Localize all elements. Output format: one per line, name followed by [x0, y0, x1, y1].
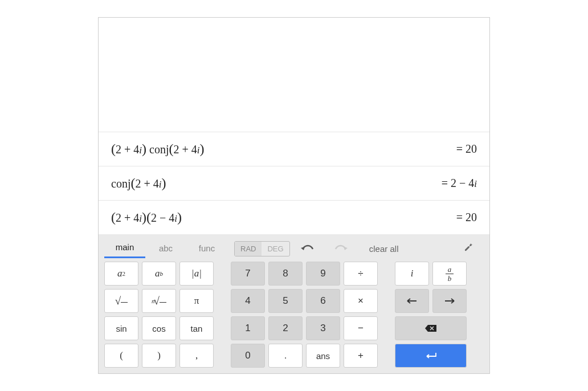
key-5[interactable]: 5	[268, 289, 303, 313]
enter-icon	[424, 352, 438, 360]
key-subtract[interactable]: −	[344, 316, 378, 340]
redo-button[interactable]	[324, 242, 358, 255]
key-sqrt[interactable]: √	[104, 289, 138, 313]
key-divide[interactable]: ÷	[344, 262, 378, 286]
history-result: = 20	[456, 142, 477, 156]
key-9[interactable]: 9	[306, 262, 340, 286]
tab-main[interactable]: main	[104, 239, 145, 258]
history-result: = 2 − 4i	[442, 177, 477, 190]
key-i[interactable]: i	[395, 262, 429, 286]
history-row[interactable]: (2 + 4i)(2 − 4i)= 20	[99, 200, 489, 234]
key-rparen[interactable]: )	[142, 344, 176, 368]
history: (2 + 4i) conj(2 + 4i)= 20conj(2 + 4i)= 2…	[99, 132, 489, 234]
history-expression: conj(2 + 4i)	[111, 176, 166, 191]
history-row[interactable]: conj(2 + 4i)= 2 − 4i	[99, 166, 489, 200]
key-dot[interactable]: .	[268, 344, 303, 368]
keys-grid: a2 ab |a| √ n√ π sin cos tan ( ) , 7 8 9…	[99, 259, 489, 370]
arrow-right-icon	[444, 298, 455, 304]
function-keys: a2 ab |a| √ n√ π sin cos tan ( ) ,	[104, 262, 214, 368]
key-power[interactable]: ab	[142, 262, 176, 286]
key-enter[interactable]	[395, 344, 467, 368]
toolbar: main abc func RAD DEG clear all	[99, 234, 489, 259]
history-result: = 20	[456, 211, 477, 224]
settings-button[interactable]	[458, 242, 480, 255]
key-left[interactable]	[395, 289, 429, 313]
key-0[interactable]: 0	[231, 344, 265, 368]
keypad: main abc func RAD DEG clear all a2 ab	[99, 234, 489, 373]
undo-icon	[300, 243, 314, 252]
key-7[interactable]: 7	[231, 262, 265, 286]
history-row[interactable]: (2 + 4i) conj(2 + 4i)= 20	[99, 132, 489, 166]
key-cos[interactable]: cos	[142, 316, 176, 340]
deg-option[interactable]: DEG	[262, 242, 289, 256]
key-sin[interactable]: sin	[104, 316, 138, 340]
backspace-icon	[424, 324, 437, 332]
key-backspace[interactable]	[395, 316, 467, 340]
key-2[interactable]: 2	[268, 316, 303, 340]
redo-icon	[334, 243, 348, 252]
numpad: 7 8 9 ÷ 4 5 6 × 1 2 3 − 0 . ans +	[231, 262, 378, 368]
angle-mode-toggle[interactable]: RAD DEG	[234, 241, 290, 256]
key-8[interactable]: 8	[268, 262, 303, 286]
undo-button[interactable]	[290, 242, 324, 255]
key-1[interactable]: 1	[231, 316, 265, 340]
key-multiply[interactable]: ×	[344, 289, 378, 313]
calculator: (2 + 4i) conj(2 + 4i)= 20conj(2 + 4i)= 2…	[98, 17, 490, 374]
key-add[interactable]: +	[344, 344, 378, 368]
nav-keys: i ab	[395, 262, 467, 368]
key-abs[interactable]: |a|	[179, 262, 214, 286]
key-comma[interactable]: ,	[179, 344, 214, 368]
key-3[interactable]: 3	[306, 316, 340, 340]
key-square[interactable]: a2	[104, 262, 138, 286]
key-pi[interactable]: π	[179, 289, 214, 313]
key-lparen[interactable]: (	[104, 344, 138, 368]
key-4[interactable]: 4	[231, 289, 265, 313]
key-ans[interactable]: ans	[306, 344, 340, 368]
clear-all-button[interactable]: clear all	[358, 244, 410, 254]
rad-option[interactable]: RAD	[235, 242, 262, 256]
tab-abc[interactable]: abc	[145, 240, 186, 258]
arrow-left-icon	[406, 298, 418, 304]
key-fraction[interactable]: ab	[432, 262, 467, 286]
history-expression: (2 + 4i)(2 − 4i)	[111, 210, 182, 225]
key-6[interactable]: 6	[306, 289, 340, 313]
key-nroot[interactable]: n√	[142, 289, 176, 313]
tab-func[interactable]: func	[186, 240, 227, 258]
wrench-icon	[463, 242, 475, 253]
key-tan[interactable]: tan	[179, 316, 214, 340]
display-area	[99, 18, 489, 132]
key-right[interactable]	[432, 289, 467, 313]
history-expression: (2 + 4i) conj(2 + 4i)	[111, 141, 204, 157]
